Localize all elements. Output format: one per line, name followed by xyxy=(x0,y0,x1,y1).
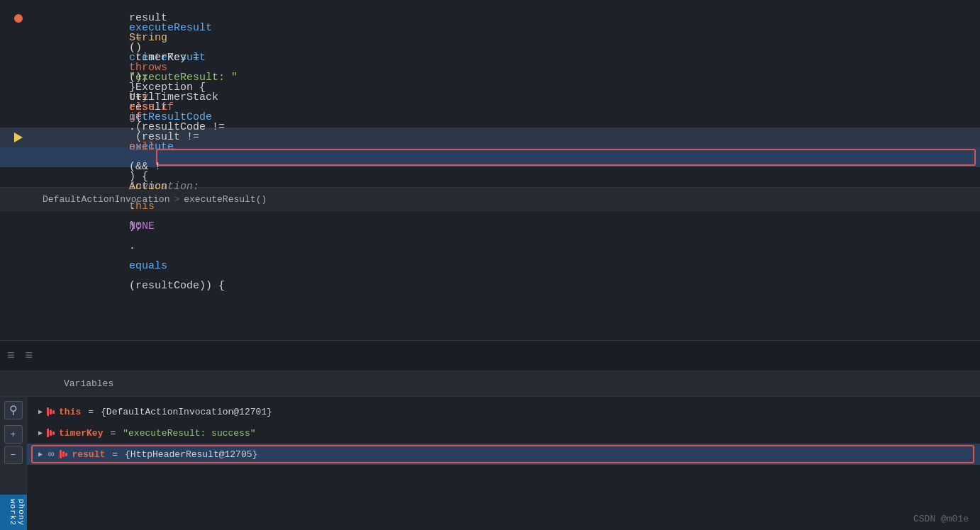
code-block: private void executeResult () throws Exc… xyxy=(0,0,980,187)
expand-result[interactable]: ▶ xyxy=(38,450,43,458)
var-name-timerKey: timerKey xyxy=(59,428,103,439)
add-minus-buttons: + − xyxy=(4,425,23,464)
equals-method: equals xyxy=(129,260,167,272)
breakpoint-icon-1[interactable] xyxy=(13,13,24,24)
var-item-result: ▶ ∞ result = {HttpHeaderResult@12705} xyxy=(27,444,980,465)
var-eq-this: = xyxy=(88,407,94,417)
action-class: Action xyxy=(129,181,167,193)
expand-this[interactable]: ▶ xyxy=(38,407,43,416)
dot3: . xyxy=(129,201,135,213)
else-close: (resultCode)) { xyxy=(129,280,225,292)
minus-button[interactable]: − xyxy=(4,446,23,464)
variables-list: ▶ this = {DefaultActionInvocation@12701}… xyxy=(27,397,980,530)
var-item-timerKey: ▶ timerKey = "executeResult: success" xyxy=(27,422,980,444)
filter-button[interactable]: ⚲ xyxy=(4,401,23,419)
else-cond: (resultCode != xyxy=(129,121,231,133)
var-eq-result: = xyxy=(112,449,118,460)
phony-label: phony xyxy=(17,499,26,526)
var-icon-this xyxy=(47,407,55,416)
var-name-result: result xyxy=(72,449,105,460)
keyword-else-if: else if xyxy=(129,101,174,113)
variables-title: Variables xyxy=(64,378,113,389)
else-brace: } xyxy=(129,81,142,94)
ampersand: && ! xyxy=(129,161,161,173)
var-eq-timerKey: = xyxy=(110,428,116,439)
dot4: . xyxy=(129,240,135,252)
keyword-null2: null xyxy=(129,141,155,153)
none-const: NONE xyxy=(129,220,155,232)
debug-panel-header: Variables xyxy=(0,371,980,397)
arrow-icon-7[interactable] xyxy=(13,132,24,143)
var-name-this: this xyxy=(59,407,81,417)
work2-label: work2 xyxy=(9,499,17,526)
var-value-timerKey: "executeResult: success" xyxy=(123,428,255,439)
var-value-result: {HttpHeaderResult@12705} xyxy=(125,449,257,460)
code-line-9: } else if (resultCode != null && ! Actio… xyxy=(0,167,980,187)
var-value-this: {DefaultActionInvocation@12701} xyxy=(101,407,272,417)
infinity-icon: ∞ xyxy=(48,449,54,460)
expand-timerKey[interactable]: ▶ xyxy=(38,429,43,437)
var-icon-timerKey xyxy=(47,429,55,437)
code-editor: private void executeResult () throws Exc… xyxy=(0,0,980,340)
toolbar-dots: ≡ ≡ xyxy=(7,349,34,363)
debug-content: ⚲ + − phony work2 ▶ this xyxy=(0,397,980,530)
code-text-9: } else if (resultCode != null && ! Actio… xyxy=(78,38,980,316)
var-item-this: ▶ this = {DefaultActionInvocation@12701} xyxy=(27,401,980,422)
debug-panel: Variables ⚲ + − phony work2 ▶ xyxy=(0,371,980,530)
debug-left-sidebar: ⚲ + − phony work2 xyxy=(0,397,27,530)
phony-tab[interactable]: phony work2 xyxy=(0,495,27,530)
add-button[interactable]: + xyxy=(4,425,23,444)
watermark: CSDN @m01e xyxy=(913,514,969,524)
var-icon-result xyxy=(60,450,67,458)
toolbar-divider: ≡ ≡ xyxy=(0,340,980,371)
